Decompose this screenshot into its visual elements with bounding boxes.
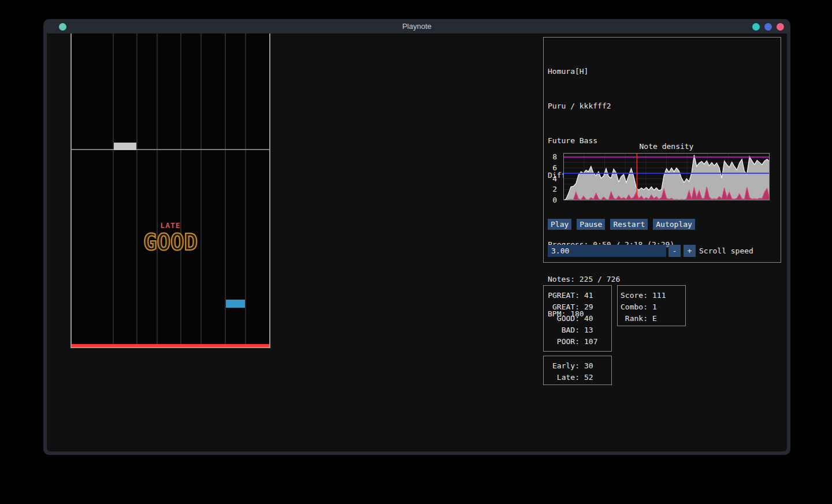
info-panel: Homura[H] Puru / kkkfff2 Future Bass Dif… [543, 37, 781, 263]
blue-key-note [226, 300, 245, 308]
stat-label: PGREAT: [544, 290, 580, 301]
scroll-speed-increase-button[interactable]: + [684, 245, 696, 257]
white-key-note [114, 143, 136, 150]
y-tick-label: 6 [545, 163, 557, 173]
lane [138, 33, 158, 347]
stat-row: Combo:1 [618, 301, 685, 313]
pause-button[interactable]: Pause [577, 219, 605, 230]
lane [158, 33, 181, 347]
window-content: LATE GOOD Homura[H] Puru / kkkfff2 Futur… [47, 33, 787, 451]
stat-value: 40 [584, 313, 593, 324]
stat-value: 30 [584, 360, 593, 372]
stat-label: Combo: [618, 301, 648, 313]
hit-line [72, 344, 269, 347]
stat-value: 13 [584, 324, 593, 336]
measure-line [72, 149, 269, 150]
stat-row: Score:111 [618, 290, 685, 301]
stat-row: POOR:107 [544, 336, 611, 348]
autoplay-button[interactable]: Autoplay [653, 219, 695, 230]
stat-label: Rank: [618, 313, 648, 324]
playfield: LATE GOOD [70, 33, 270, 348]
stat-value: 41 [584, 290, 593, 301]
notes-count-line: Notes: 225 / 726 [548, 274, 674, 285]
titlebar[interactable]: Playnote [43, 19, 790, 33]
stat-row: GREAT:29 [544, 301, 611, 313]
scroll-speed-input[interactable] [548, 245, 666, 257]
lane [246, 33, 269, 347]
note-density-ylabels: 86420 [544, 153, 559, 200]
scroll-speed-row: - + Scroll speed [548, 245, 753, 257]
note-density-title: Note density [563, 141, 770, 152]
stat-row: PGREAT:41 [544, 290, 611, 301]
app-window: Playnote LATE GOOD Homura[H] Puru / kkkf… [43, 19, 790, 455]
y-tick-label: 8 [545, 152, 557, 162]
window-maximize-button[interactable] [764, 23, 772, 31]
lane [72, 33, 114, 347]
stat-row: BAD:13 [544, 324, 611, 336]
stat-value: 1 [652, 301, 657, 313]
stat-label: Score: [618, 290, 648, 301]
stat-label: GREAT: [544, 301, 580, 313]
lane [181, 33, 202, 347]
window-close-button[interactable] [777, 23, 784, 31]
stat-row: Rank:E [618, 313, 685, 324]
scroll-speed-label: Scroll speed [699, 245, 753, 257]
stat-row: GOOD:40 [544, 313, 611, 324]
stat-row: Early:30 [544, 360, 611, 372]
stat-label: Early: [544, 360, 580, 372]
judgement-counts-box: PGREAT:41 GREAT:29 GOOD:40 BAD:13 POOR:1… [543, 285, 612, 352]
stat-value: 52 [584, 372, 593, 383]
y-tick-label: 2 [545, 185, 557, 194]
stat-value: 111 [652, 290, 666, 301]
window-minimize-button[interactable] [752, 23, 760, 31]
stat-label: GOOD: [544, 313, 580, 324]
stat-label: Late: [544, 372, 580, 383]
restart-button[interactable]: Restart [610, 219, 648, 230]
song-title: Homura[H] [548, 66, 674, 77]
y-tick-label: 4 [545, 174, 557, 184]
window-title: Playnote [43, 19, 790, 33]
stat-label: POOR: [544, 336, 580, 348]
lane [202, 33, 226, 347]
scroll-speed-decrease-button[interactable]: - [668, 245, 681, 257]
stat-row: Late:52 [544, 372, 611, 383]
early-late-box: Early:30 Late:52 [543, 356, 612, 385]
score-box: Score:111 Combo:1 Rank:E [617, 285, 686, 326]
note-density-plot [563, 153, 770, 200]
stat-value: 29 [584, 301, 593, 313]
stat-label: BAD: [544, 324, 580, 336]
y-tick-label: 0 [545, 196, 557, 205]
judgement-timing-label: LATE [72, 221, 269, 230]
play-button[interactable]: Play [548, 219, 571, 230]
stat-value: E [652, 313, 657, 324]
song-artist: Puru / kkkfff2 [548, 100, 674, 112]
transport-controls: Play Pause Restart Autoplay [548, 219, 695, 230]
judgement-grade-label: GOOD [72, 232, 269, 253]
stat-value: 107 [584, 336, 597, 348]
lane [114, 33, 138, 347]
